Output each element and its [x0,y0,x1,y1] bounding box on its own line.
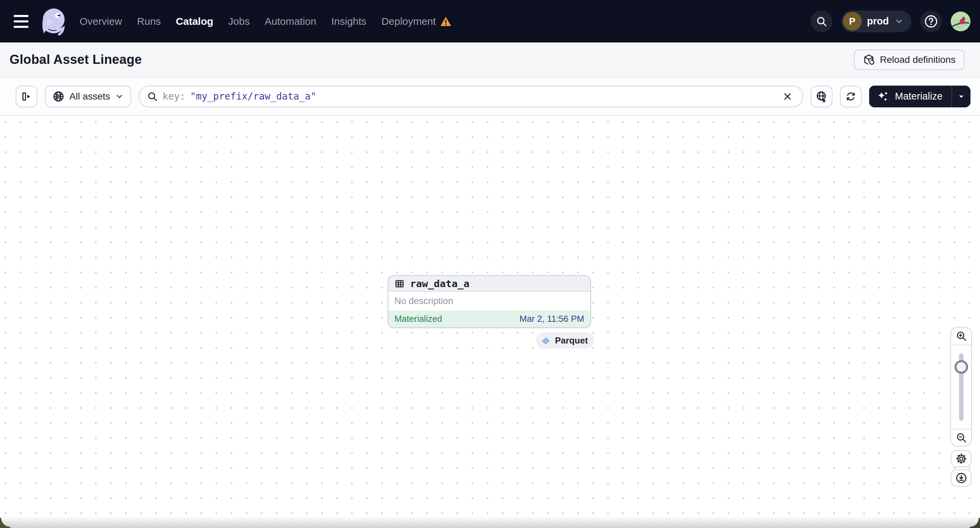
lineage-graph-canvas[interactable]: raw_data_a No description Materialized M… [0,116,980,528]
asset-node-body: No description [388,292,590,311]
search-query-key: key: [162,91,185,102]
dagster-logo-icon[interactable] [38,5,71,38]
page-header: Global Asset Lineage Reload definitions [0,43,980,78]
reload-definitions-label: Reload definitions [880,54,956,65]
search-icon [147,91,158,102]
environment-name: prod [867,16,889,27]
zoom-controls [950,327,972,446]
primary-nav: Overview Runs Catalog Jobs Automation In… [80,16,452,27]
asset-scope-dropdown[interactable]: All assets [45,86,131,107]
zoom-in-button[interactable] [951,328,971,345]
asset-name: raw_data_a [410,278,469,290]
page-title: Global Asset Lineage [10,52,142,67]
materialize-button[interactable]: Materialize [869,86,951,107]
asset-node-status-bar: Materialized Mar 2, 11:56 PM [388,311,590,327]
zoom-out-button[interactable] [951,429,971,446]
nav-item-insights[interactable]: Insights [331,16,366,27]
table-icon [395,279,405,289]
zoom-in-icon [956,330,967,342]
gear-icon [955,453,967,465]
zoom-slider-thumb[interactable] [955,360,968,374]
hamburger-menu-button[interactable] [10,10,33,33]
caret-down-icon [958,93,965,100]
panel-open-icon [21,90,33,103]
environment-switcher[interactable]: P prod [841,11,911,32]
refresh-icon [845,90,857,103]
app-root: Overview Runs Catalog Jobs Automation In… [0,0,980,528]
search-icon [816,16,827,27]
bottom-fade [0,517,980,528]
clear-search-button[interactable] [780,88,796,105]
nav-item-automation[interactable]: Automation [264,16,316,27]
nav-right-cluster: P prod [811,11,970,32]
materialization-timestamp[interactable]: Mar 2, 11:56 PM [520,314,584,324]
chevron-down-icon [894,17,904,26]
zoom-out-icon [956,432,967,443]
nav-item-runs[interactable]: Runs [137,16,161,27]
help-icon [924,14,939,29]
download-graph-button[interactable] [951,469,972,487]
asset-node-raw-data-a[interactable]: raw_data_a No description Materialized M… [388,275,591,328]
open-sidebar-button[interactable] [16,86,37,107]
help-button[interactable] [920,11,942,32]
reload-definitions-button[interactable]: Reload definitions [854,49,964,70]
globe-plus-icon [815,90,828,103]
chevron-down-icon [115,92,124,101]
asset-scope-label: All assets [69,91,110,102]
asset-kind-label: Parquet [555,335,588,346]
graph-settings-button[interactable] [951,450,972,467]
parquet-logo-icon [541,335,551,346]
asset-node-header: raw_data_a [388,276,590,292]
download-icon [955,472,967,484]
nav-item-jobs[interactable]: Jobs [228,16,250,27]
zoom-slider[interactable] [951,345,971,429]
reload-cube-icon [863,54,875,66]
asset-kind-tag[interactable]: Parquet [536,332,594,349]
filter-scope-button[interactable] [811,86,832,107]
sparkles-icon [877,90,889,103]
asset-description: No description [395,296,453,306]
materialize-label: Materialize [895,91,943,102]
environment-avatar: P [843,12,862,30]
user-avatar[interactable] [951,11,970,31]
nav-item-overview[interactable]: Overview [80,16,122,27]
materialize-split-button: Materialize [869,86,970,107]
nav-item-catalog[interactable]: Catalog [176,16,213,27]
materialization-status: Materialized [395,314,442,324]
warning-triangle-icon [440,16,452,27]
asset-search-input[interactable]: key: "my_prefix/raw_data_a" [139,86,803,107]
globe-icon [52,90,65,103]
top-nav: Overview Runs Catalog Jobs Automation In… [0,0,980,43]
nav-item-deployment[interactable]: Deployment [382,16,452,27]
materialize-options-button[interactable] [951,86,970,107]
refresh-button[interactable] [840,86,862,107]
lineage-toolbar: All assets key: "my_prefix/raw_data_a" [0,78,980,116]
search-query-value: "my_prefix/raw_data_a" [190,91,316,102]
global-search-button[interactable] [811,11,832,32]
